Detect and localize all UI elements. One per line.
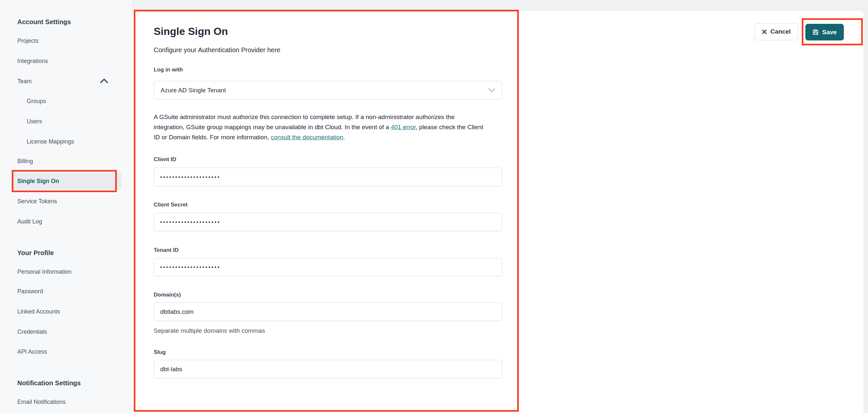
tenant-id-input[interactable] [154,258,502,276]
client-id-input[interactable] [154,168,502,186]
sidebar-item-groups[interactable]: Groups [27,96,46,106]
domain-s-helper-text: Separate multiple domains with commas [154,327,265,335]
sidebar-item-projects[interactable]: Projects [17,36,38,46]
client-id-label: Client ID [154,156,176,163]
dbt-cloud-sso-settings-screen: Account SettingsProjectsIntegrationsTeam… [0,0,868,413]
sidebar-item-api-access[interactable]: API Access [17,347,47,356]
save-button[interactable]: Save [805,24,844,40]
save-button-label: Save [822,29,837,36]
slug-label: Slug [154,349,166,356]
notice-text: . [343,134,345,140]
login-with-label: Log in with [154,67,183,73]
account-settings-sidebar: Account SettingsProjectsIntegrationsTeam… [0,0,132,413]
sidebar-item-team[interactable]: Team [17,76,32,86]
tenant-id-label: Tenant ID [154,247,179,253]
sidebar-item-users[interactable]: Users [27,117,42,126]
notice-text: ID or Domain fields. For more informatio… [154,134,271,140]
sidebar-item-service-tokens[interactable]: Service Tokens [17,196,57,206]
chevron-up-icon[interactable] [100,78,108,84]
slug-input[interactable] [154,360,502,378]
sidebar-section-notification-settings: Notification Settings [17,378,81,388]
save-disk-icon [812,29,819,35]
gsuite-authorization-notice: A GSuite administrator must authorize th… [154,112,511,142]
sidebar-item-billing[interactable]: Billing [17,156,33,166]
401-error-link[interactable]: 401 error [391,124,416,130]
login-with-selected-value: Azure AD Single Tenant [160,87,226,94]
sidebar-item-password[interactable]: Password [17,286,43,296]
client-secret-label: Client Secret [154,201,188,208]
notice-line: integration, GSuite group mappings may b… [154,122,511,132]
sidebar-item-personal-information[interactable]: Personal Information [17,267,71,277]
main-panel [132,11,863,413]
sidebar-section-account-settings: Account Settings [17,17,71,27]
sidebar-item-email-notifications[interactable]: Email Notifications [17,397,66,407]
sidebar-item-license-mappings[interactable]: License Mappings [27,137,74,147]
domain-s-label: Domain(s) [154,292,181,298]
consult-the-documentation-link[interactable]: consult the documentation [271,134,343,140]
notice-line: ID or Domain fields. For more informatio… [154,132,511,142]
cancel-button-label: Cancel [770,28,790,35]
client-secret-input[interactable] [154,213,502,231]
cancel-button[interactable]: Cancel [754,23,798,40]
notice-text: , please check the Client [416,124,483,130]
notice-text: A GSuite administrator must authorize th… [154,114,455,120]
page-title: Single Sign On [154,26,228,37]
sidebar-item-linked-accounts[interactable]: Linked Accounts [17,307,60,316]
sidebar-item-single-sign-on[interactable]: Single Sign On [17,176,59,186]
notice-line: A GSuite administrator must authorize th… [154,112,511,122]
sidebar-item-credentials[interactable]: Credentials [17,327,47,337]
login-with-select[interactable]: Azure AD Single Tenant [154,81,502,99]
chevron-down-icon [488,87,495,94]
sidebar-item-integrations[interactable]: Integrations [17,56,48,66]
close-icon [762,29,767,34]
sidebar-section-your-profile: Your Profile [17,248,54,258]
sidebar-item-audit-log[interactable]: Audit Log [17,217,42,226]
page-subtitle: Configure your Authentication Provider h… [154,46,280,54]
notice-text: integration, GSuite group mappings may b… [154,124,391,130]
domain-s-input[interactable] [154,303,502,321]
